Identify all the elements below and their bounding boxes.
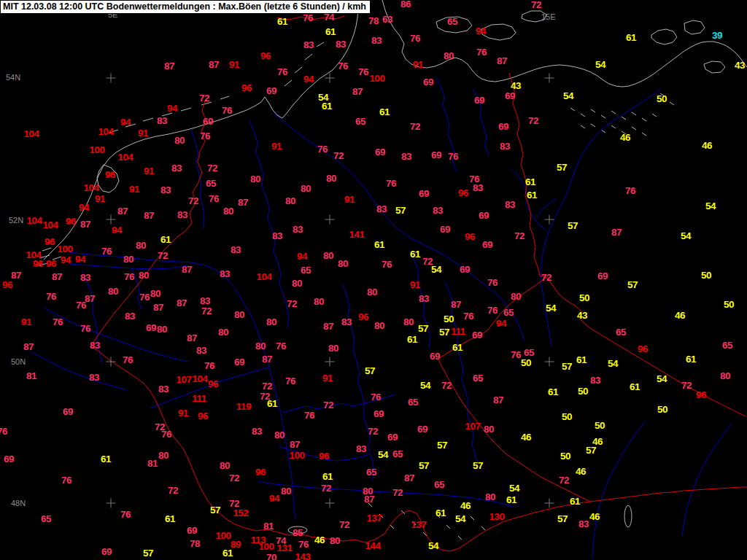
- station-gust-value: 54: [378, 449, 388, 460]
- station-gust-value: 87: [262, 354, 272, 365]
- station-gust-value: 80: [323, 250, 333, 261]
- station-gust-value: 87: [23, 341, 34, 352]
- station-gust-value: 50: [579, 292, 589, 303]
- station-gust-value: 83: [252, 426, 262, 437]
- station-gust-value: 91: [229, 59, 239, 70]
- station-gust-value: 111: [451, 326, 465, 337]
- station-gust-value: 54: [681, 230, 691, 241]
- station-gust-value: 131: [276, 542, 292, 553]
- station-gust-value: 61: [267, 398, 277, 409]
- station-gust-value: 50: [724, 299, 734, 310]
- station-gust-value: 72: [531, 0, 541, 10]
- graticule-cross: [107, 74, 116, 83]
- station-gust-value: 80: [511, 291, 521, 302]
- station-gust-value: 76: [448, 151, 458, 162]
- station-gust-value: 81: [263, 521, 274, 532]
- graticule-cross: [325, 215, 335, 225]
- station-gust-value: 54: [455, 513, 465, 524]
- station-gust-value: 72: [441, 380, 452, 391]
- station-gust-value: 83: [376, 203, 387, 214]
- station-gust-value: 91: [410, 279, 420, 290]
- station-gust-value: 91: [322, 373, 333, 384]
- graticule-cross: [545, 74, 554, 83]
- station-gust-value: 87: [153, 302, 163, 313]
- station-gust-value: 72: [368, 426, 378, 437]
- station-gust-value: 76: [101, 246, 112, 257]
- station-gust-value: 87: [364, 494, 374, 505]
- station-gust-value: 76: [487, 305, 498, 316]
- station-gust-value: 72: [514, 230, 525, 241]
- station-gust-value: 76: [625, 185, 635, 196]
- station-gust-value: 57: [627, 279, 638, 290]
- station-gust-value: 46: [675, 310, 685, 321]
- station-gust-value: 57: [395, 205, 406, 216]
- station-gust-value: 69: [431, 149, 441, 160]
- station-gust-value: 85: [293, 527, 303, 538]
- station-gust-value: 83: [160, 184, 171, 195]
- station-gust-value: 91: [271, 141, 282, 152]
- station-gust-value: 76: [161, 429, 171, 440]
- station-gust-value: 61: [222, 548, 233, 559]
- station-gust-value: 100: [369, 73, 384, 84]
- station-gust-value: 94: [496, 318, 506, 329]
- station-gust-value: 100: [89, 144, 104, 155]
- station-gust-value: 72: [321, 483, 331, 494]
- station-gust-value: 72: [559, 475, 569, 486]
- station-gust-value: 61: [322, 101, 332, 112]
- station-gust-value: 70: [266, 552, 276, 560]
- station-gust-value: 57: [473, 460, 483, 471]
- station-gust-value: 137: [411, 519, 426, 530]
- station-gust-value: 76: [382, 259, 392, 270]
- station-gust-value: 83: [171, 163, 182, 174]
- station-gust-value: 83: [356, 443, 366, 454]
- station-gust-value: 91: [129, 184, 139, 195]
- station-gust-value: 87: [11, 270, 21, 281]
- station-gust-value: 61: [322, 471, 333, 482]
- station-gust-value: 76: [76, 300, 86, 311]
- station-gust-value: 83: [419, 293, 429, 304]
- station-gust-value: 86: [400, 0, 411, 9]
- station-gust-value: 72: [339, 519, 349, 530]
- station-gust-value: 69: [63, 406, 73, 417]
- station-gust-value: 54: [546, 303, 556, 314]
- station-gust-value: 94: [476, 26, 486, 36]
- station-gust-value: 83: [196, 345, 206, 356]
- station-gust-value: 100: [258, 541, 274, 552]
- station-gust-value: 80: [485, 491, 495, 502]
- station-gust-value: 69: [423, 77, 433, 88]
- station-gust-value: 80: [157, 324, 167, 335]
- station-gust-value: 61: [407, 334, 417, 345]
- station-gust-value: 83: [200, 295, 210, 306]
- station-gust-value: 80: [174, 135, 185, 146]
- station-gust-value: 61: [277, 16, 287, 27]
- station-gust-value: 94: [303, 74, 314, 85]
- station-gust-value: 65: [206, 178, 216, 189]
- station-gust-value: 80: [220, 460, 230, 471]
- station-gust-value: 80: [250, 174, 260, 184]
- station-gust-value: 50: [444, 314, 454, 324]
- station-gust-value: 80: [367, 287, 377, 298]
- station-gust-value: 96: [33, 258, 43, 269]
- station-gust-value: 65: [355, 116, 365, 127]
- station-gust-value: 57: [437, 440, 447, 451]
- station-gust-value: 46: [521, 432, 531, 443]
- station-gust-value: 83: [125, 311, 135, 322]
- station-gust-value: 69: [146, 322, 156, 333]
- station-gust-value: 80: [281, 486, 291, 497]
- station-gust-value: 104: [83, 182, 98, 193]
- station-gust-value: 76: [80, 323, 90, 334]
- station-gust-value: 76: [298, 539, 309, 550]
- station-gust-value: 76: [476, 47, 487, 58]
- station-gust-value: 50: [657, 404, 667, 415]
- station-gust-value: 83: [158, 384, 169, 394]
- station-gust-value: 76: [487, 277, 498, 288]
- station-gust-value: 96: [255, 467, 266, 478]
- station-gust-value: 96: [465, 231, 475, 242]
- station-gust-value: 87: [238, 197, 248, 208]
- station-gust-value: 104: [26, 215, 42, 226]
- station-gust-value: 76: [410, 33, 420, 44]
- station-gust-value: 76: [124, 271, 134, 282]
- station-gust-value: 96: [105, 169, 115, 180]
- station-gust-value: 69: [419, 188, 429, 199]
- station-gust-value: 94: [269, 493, 279, 504]
